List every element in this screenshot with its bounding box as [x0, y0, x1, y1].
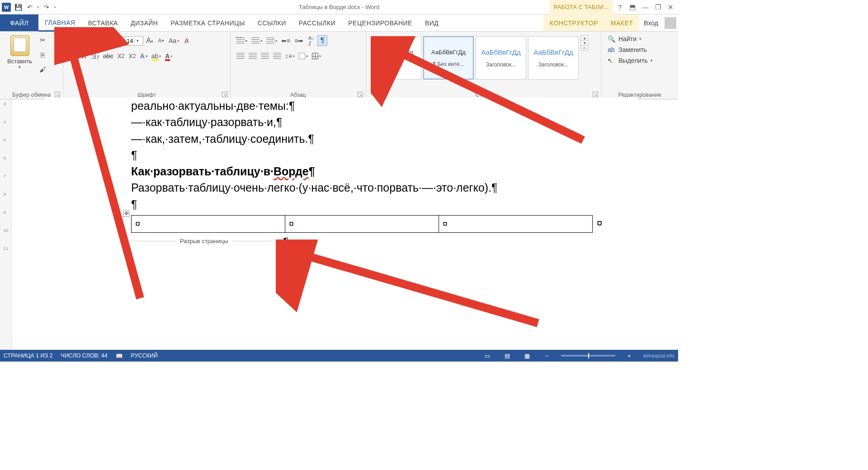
font-color-icon[interactable]: A▾ — [164, 51, 174, 61]
clear-formatting-icon[interactable]: A̷ — [182, 35, 192, 46]
paste-icon[interactable] — [10, 35, 29, 56]
text-effects-icon[interactable]: A▾ — [139, 51, 149, 61]
restore-icon[interactable]: ❐ — [652, 1, 664, 13]
align-right-icon[interactable] — [259, 51, 270, 61]
style-no-spacing[interactable]: АаБбВвГгДд ¶ Без инте... — [423, 36, 474, 80]
style-heading2[interactable]: АаБбВвГгДд Заголовок... — [528, 36, 579, 80]
redo-icon[interactable]: ↷ — [42, 3, 51, 12]
italic-icon[interactable]: К — [79, 51, 89, 61]
zoom-in-icon[interactable]: + — [623, 352, 635, 360]
help-icon[interactable]: ? — [614, 1, 626, 13]
tab-review[interactable]: РЕЦЕНЗИРОВАНИЕ — [342, 14, 419, 31]
text-line[interactable]: Разорвать·таблицу·очень·легко·(у·нас·всё… — [131, 179, 637, 196]
line-spacing-icon[interactable]: ↕≡▾ — [284, 51, 296, 61]
status-page[interactable]: СТРАНИЦА 1 ИЗ 2 — [4, 352, 53, 359]
user-avatar-icon[interactable] — [665, 17, 676, 29]
underline-icon[interactable]: Ч▾ — [90, 51, 100, 61]
tab-table-design[interactable]: КОНСТРУКТОР — [543, 14, 604, 31]
justify-icon[interactable] — [272, 51, 283, 61]
align-center-icon[interactable] — [247, 51, 258, 61]
text-line[interactable]: —·как,·затем,·таблицу·соединить.¶ — [131, 131, 637, 147]
table-cell[interactable]: ¤ — [132, 215, 285, 232]
tab-references[interactable]: ССЫЛКИ — [251, 14, 292, 31]
bullets-icon[interactable]: ▾ — [235, 35, 249, 46]
numbering-icon[interactable]: ▾ — [250, 35, 264, 46]
close-icon[interactable]: ✕ — [665, 1, 676, 13]
superscript-icon[interactable]: X2 — [127, 51, 137, 61]
tab-home[interactable]: ГЛАВНАЯ — [38, 14, 82, 32]
qat-dropdown-icon[interactable]: ▾ — [54, 5, 56, 9]
bold-icon[interactable]: Ж — [68, 51, 78, 61]
sign-in-link[interactable]: Вход — [639, 14, 663, 31]
table-move-handle-icon[interactable]: ✥ — [123, 211, 129, 217]
zoom-out-icon[interactable]: − — [541, 352, 553, 360]
shading-icon[interactable]: ▾ — [297, 51, 309, 61]
watermark: tehnopost.info — [643, 353, 675, 358]
undo-icon[interactable]: ↶ — [25, 3, 34, 12]
view-print-icon[interactable]: ▤ — [501, 352, 513, 360]
text-line[interactable]: реально·актуальны·две·темы:¶ — [131, 98, 637, 114]
change-case-icon[interactable]: Aa▾ — [167, 35, 180, 46]
tab-table-layout[interactable]: МАКЕТ — [604, 14, 640, 31]
chevron-down-icon[interactable]: ▾ — [135, 38, 139, 43]
format-painter-icon[interactable]: 🖌 — [38, 64, 47, 74]
paragraph-launcher-icon[interactable]: ↘ — [358, 92, 363, 97]
text-line-heading[interactable]: Как·разорвать·таблицу·в·Ворде¶ — [131, 163, 637, 179]
decrease-indent-icon[interactable]: ⬅≡ — [280, 35, 292, 46]
gallery-up-icon[interactable]: ▴ — [581, 36, 588, 41]
tab-design[interactable]: ДИЗАЙН — [124, 14, 165, 31]
view-read-icon[interactable]: ▭ — [481, 352, 493, 360]
font-name-combo[interactable]: Calibri (Осно▾ — [68, 36, 123, 46]
save-icon[interactable]: 💾 — [14, 3, 23, 12]
group-styles: АаБбВвГгДд ный АаБбВвГгДд ¶ Без инте... … — [366, 32, 601, 99]
align-left-icon[interactable] — [235, 51, 246, 61]
clipboard-launcher-icon[interactable]: ↘ — [55, 92, 60, 97]
table-row[interactable]: ¤ ¤ ¤ — [132, 215, 593, 232]
replace-button[interactable]: ab Заменить — [608, 46, 653, 53]
document-page[interactable]: реально·актуальны·две·темы:¶ —·как·табли… — [45, 98, 637, 247]
borders-icon[interactable]: ▾ — [311, 51, 322, 61]
style-heading1[interactable]: АаБбВвГгДд Заголовок... — [476, 36, 526, 80]
tab-view[interactable]: ВИД — [419, 14, 445, 31]
tab-mailings[interactable]: РАССЫЛКИ — [292, 14, 342, 31]
word-table[interactable]: ¤ ¤ ¤ — [131, 215, 593, 233]
ribbon-display-icon[interactable]: ⬒ — [627, 1, 638, 13]
text-line[interactable]: ¶ — [131, 196, 637, 212]
show-hide-icon[interactable]: ¶ — [317, 35, 327, 46]
text-line[interactable]: ¶ — [131, 147, 637, 163]
style-normal[interactable]: АаБбВвГгДд ный — [371, 36, 421, 80]
minimize-icon[interactable]: — — [639, 1, 651, 13]
highlight-icon[interactable]: ab▾ — [150, 51, 163, 61]
font-size-combo[interactable]: 14▾ — [124, 36, 143, 46]
gallery-down-icon[interactable]: ▾ — [581, 41, 588, 46]
table-cell[interactable]: ¤ — [285, 215, 439, 232]
cut-icon[interactable]: ✂ — [38, 35, 47, 45]
ribbon: Вставить ▾ ✂ ⎘ 🖌 Буфер обмена ↘ Calibri … — [0, 32, 678, 99]
grow-font-icon[interactable]: A▴ — [145, 35, 155, 46]
tab-insert[interactable]: ВСТАВКА — [82, 14, 124, 31]
font-launcher-icon[interactable]: ↘ — [222, 92, 227, 97]
select-button[interactable]: ↖ Выделить ▾ — [608, 57, 653, 64]
word-app-icon: W — [2, 3, 11, 12]
text-line[interactable]: —·как·таблицу·разорвать·и,¶ — [131, 114, 637, 130]
status-language[interactable]: РУССКИЙ — [131, 352, 158, 359]
copy-icon[interactable]: ⎘ — [38, 50, 47, 60]
chevron-down-icon[interactable]: ▾ — [106, 38, 110, 43]
multilevel-list-icon[interactable]: ▾ — [265, 35, 278, 46]
table-cell[interactable]: ¤ — [439, 215, 593, 232]
status-proofing-icon[interactable]: 📖 — [116, 352, 123, 359]
status-word-count[interactable]: ЧИСЛО СЛОВ: 44 — [61, 352, 108, 359]
paste-button[interactable]: Вставить — [7, 58, 32, 65]
shrink-font-icon[interactable]: A▾ — [156, 35, 166, 46]
strikethrough-icon[interactable]: abc — [102, 51, 115, 61]
find-button[interactable]: 🔍 Найти ▾ — [608, 35, 653, 42]
gallery-more-icon[interactable]: ═ — [581, 46, 588, 50]
sort-icon[interactable]: A↓Z — [306, 35, 316, 46]
view-web-icon[interactable]: ▦ — [521, 352, 533, 360]
zoom-slider[interactable] — [561, 355, 615, 357]
tab-page-layout[interactable]: РАЗМЕТКА СТРАНИЦЫ — [164, 14, 251, 31]
increase-indent-icon[interactable]: ≡➡ — [293, 35, 305, 46]
tab-file[interactable]: ФАЙЛ — [0, 14, 38, 31]
subscript-icon[interactable]: X2 — [116, 51, 126, 61]
styles-launcher-icon[interactable]: ↘ — [593, 92, 598, 97]
